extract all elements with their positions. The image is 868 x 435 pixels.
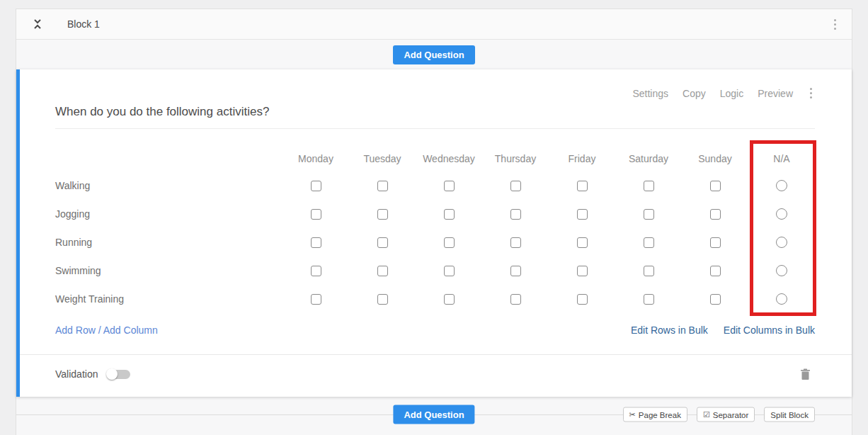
matrix-cell: [682, 256, 748, 285]
matrix-cell: [349, 171, 416, 200]
matrix-cell: [416, 256, 482, 285]
question-options-kebab-icon[interactable]: [807, 85, 815, 101]
add-row-link[interactable]: Add Row: [55, 324, 96, 336]
matrix-cell: [615, 171, 682, 200]
matrix-cell: [482, 228, 549, 256]
matrix-cell: [549, 256, 615, 285]
radio-weight-training-n-a[interactable]: [776, 293, 787, 305]
matrix-cell: [349, 256, 416, 285]
column-header-saturday[interactable]: Saturday: [615, 143, 682, 174]
column-header-n-a[interactable]: N/A: [748, 143, 815, 174]
matrix-links-row: Add Row / Add Column Edit Rows in Bulk E…: [55, 324, 815, 336]
toolbar-settings-link[interactable]: Settings: [632, 88, 668, 99]
row-label-jogging[interactable]: Jogging: [55, 200, 282, 228]
matrix-cell: [615, 228, 682, 256]
block-options-kebab-icon[interactable]: [831, 16, 839, 33]
matrix-cell: [615, 285, 682, 313]
matrix-cell: [549, 200, 615, 228]
toolbar-copy-link[interactable]: Copy: [683, 88, 706, 99]
matrix-cell: [615, 256, 682, 285]
checkbox-weight-training-monday[interactable]: [311, 294, 321, 305]
delete-question-trash-icon[interactable]: [800, 368, 811, 380]
checkbox-weight-training-friday[interactable]: [577, 294, 588, 305]
checkbox-walking-saturday[interactable]: [644, 181, 654, 191]
matrix-cell: [682, 228, 748, 256]
radio-running-n-a[interactable]: [776, 237, 787, 248]
checkbox-swimming-wednesday[interactable]: [444, 266, 455, 276]
radio-jogging-n-a[interactable]: [776, 208, 787, 220]
row-label-weight-training[interactable]: Weight Training: [55, 285, 282, 313]
validation-row: Validation: [55, 355, 815, 393]
matrix-cell: [748, 256, 815, 285]
matrix-corner-cell: [55, 143, 282, 174]
column-header-tuesday[interactable]: Tuesday: [349, 143, 416, 174]
separator-button[interactable]: ☑ Separator: [697, 407, 755, 422]
add-column-link[interactable]: Add Column: [103, 324, 158, 336]
question-toolbar: SettingsCopyLogicPreview: [632, 85, 815, 101]
column-header-thursday[interactable]: Thursday: [482, 143, 549, 174]
checkbox-running-thursday[interactable]: [510, 237, 521, 248]
validation-label: Validation: [55, 368, 98, 380]
column-header-monday[interactable]: Monday: [282, 143, 349, 174]
radio-swimming-n-a[interactable]: [776, 265, 787, 276]
matrix-cell: [416, 285, 482, 313]
checkbox-weight-training-sunday[interactable]: [710, 294, 721, 305]
collapse-block-icon[interactable]: [32, 18, 43, 30]
validation-toggle[interactable]: [108, 370, 130, 379]
checkbox-walking-wednesday[interactable]: [444, 181, 455, 191]
checkbox-running-saturday[interactable]: [644, 237, 654, 248]
matrix-cell: [549, 285, 615, 313]
checkbox-jogging-saturday[interactable]: [644, 209, 654, 220]
block-container: Block 1 Add Question SettingsCopyLogicPr…: [16, 9, 852, 435]
title-divider: [55, 128, 815, 129]
checkbox-walking-friday[interactable]: [577, 181, 588, 191]
add-question-button-bottom[interactable]: Add Question: [393, 405, 474, 424]
checkbox-walking-tuesday[interactable]: [377, 181, 388, 191]
checkbox-jogging-tuesday[interactable]: [377, 209, 388, 220]
column-header-wednesday[interactable]: Wednesday: [416, 143, 482, 174]
matrix-table: MondayTuesdayWednesdayThursdayFridaySatu…: [55, 143, 815, 313]
checkbox-weight-training-wednesday[interactable]: [444, 294, 455, 305]
checkbox-running-friday[interactable]: [577, 237, 588, 248]
edit-rows-in-bulk-link[interactable]: Edit Rows in Bulk: [631, 324, 708, 336]
checkbox-jogging-wednesday[interactable]: [444, 209, 455, 220]
checkbox-weight-training-thursday[interactable]: [510, 294, 521, 305]
checkbox-walking-sunday[interactable]: [710, 181, 721, 191]
block-header: Block 1: [16, 9, 852, 40]
checkbox-swimming-saturday[interactable]: [644, 266, 654, 276]
matrix-cell: [748, 285, 815, 313]
toolbar-preview-link[interactable]: Preview: [758, 88, 793, 99]
checkbox-walking-monday[interactable]: [311, 181, 321, 191]
checkbox-weight-training-saturday[interactable]: [644, 294, 654, 305]
checkbox-swimming-tuesday[interactable]: [377, 266, 388, 276]
row-label-walking[interactable]: Walking: [55, 171, 282, 200]
checkbox-running-monday[interactable]: [311, 237, 321, 248]
radio-walking-n-a[interactable]: [776, 180, 787, 191]
checkbox-running-wednesday[interactable]: [444, 237, 455, 248]
checkbox-running-tuesday[interactable]: [377, 237, 388, 248]
checkbox-swimming-sunday[interactable]: [710, 266, 721, 276]
footer-strip: Add Question ✂ Page Break ☑ Separator Sp…: [16, 397, 852, 435]
column-header-sunday[interactable]: Sunday: [682, 143, 748, 174]
checkbox-walking-thursday[interactable]: [510, 181, 521, 191]
add-question-button-top[interactable]: Add Question: [393, 45, 474, 64]
matrix-cell: [615, 200, 682, 228]
row-label-swimming[interactable]: Swimming: [55, 256, 282, 285]
checkbox-jogging-sunday[interactable]: [710, 209, 721, 220]
split-block-button[interactable]: Split Block: [764, 407, 815, 422]
checkbox-jogging-monday[interactable]: [311, 209, 321, 220]
row-label-running[interactable]: Running: [55, 228, 282, 256]
checkbox-swimming-monday[interactable]: [311, 266, 321, 276]
checkbox-swimming-thursday[interactable]: [510, 266, 521, 276]
edit-columns-in-bulk-link[interactable]: Edit Columns in Bulk: [724, 324, 815, 336]
checkbox-running-sunday[interactable]: [710, 237, 721, 248]
column-header-friday[interactable]: Friday: [549, 143, 615, 174]
checkbox-jogging-friday[interactable]: [577, 209, 588, 220]
toolbar-logic-link[interactable]: Logic: [720, 88, 743, 99]
checkbox-swimming-friday[interactable]: [577, 266, 588, 276]
checkbox-weight-training-tuesday[interactable]: [377, 294, 388, 305]
checkbox-jogging-thursday[interactable]: [510, 209, 521, 220]
matrix-cell: [682, 171, 748, 200]
page-break-button[interactable]: ✂ Page Break: [623, 407, 687, 422]
matrix-cell: [682, 285, 748, 313]
